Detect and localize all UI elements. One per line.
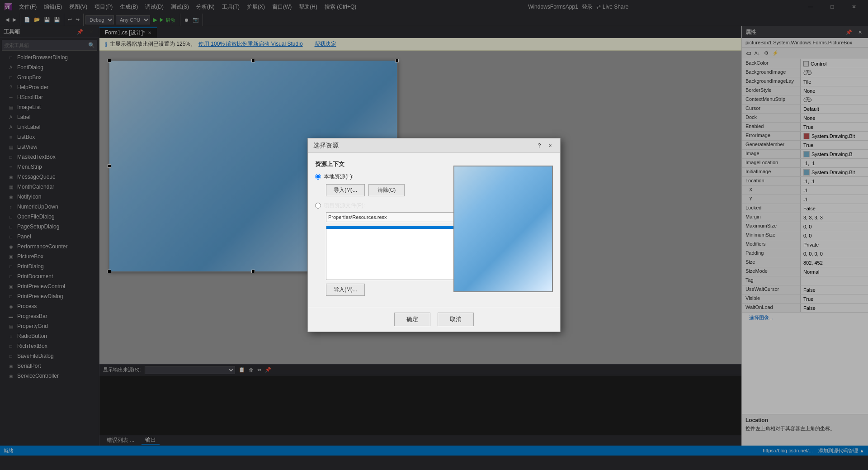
modal-overlay: 选择资源 ? × 资源上下文 本地资源(L): 导入(M)... 清除(C) 项… — [0, 0, 868, 470]
radio-project-label[interactable]: 项目资源文件(P): — [324, 202, 365, 209]
select-resource-dialog: 选择资源 ? × 资源上下文 本地资源(L): 导入(M)... 清除(C) 项… — [307, 138, 561, 332]
import-local-button[interactable]: 导入(M)... — [326, 184, 365, 196]
dialog-footer: 确定 取消 — [308, 307, 560, 332]
dialog-content: 资源上下文 本地资源(L): 导入(M)... 清除(C) 项目资源文件(P):… — [308, 153, 560, 307]
radio-local-input[interactable] — [315, 174, 321, 180]
radio-project-input[interactable] — [315, 203, 321, 209]
dialog-close-button[interactable]: × — [546, 141, 555, 150]
dialog-preview-image — [453, 166, 553, 292]
dialog-help-button[interactable]: ? — [535, 141, 544, 150]
dialog-titlebar: 选择资源 ? × — [308, 138, 560, 153]
dialog-titlebar-buttons: ? × — [535, 141, 555, 150]
radio-local-label[interactable]: 本地资源(L): — [324, 173, 354, 180]
dialog-title: 选择资源 — [313, 142, 339, 150]
import-project-button[interactable]: 导入(M)... — [326, 284, 365, 296]
dialog-ok-button[interactable]: 确定 — [394, 313, 430, 326]
clear-button[interactable]: 清除(C) — [368, 184, 405, 196]
dialog-cancel-button[interactable]: 取消 — [438, 313, 474, 326]
